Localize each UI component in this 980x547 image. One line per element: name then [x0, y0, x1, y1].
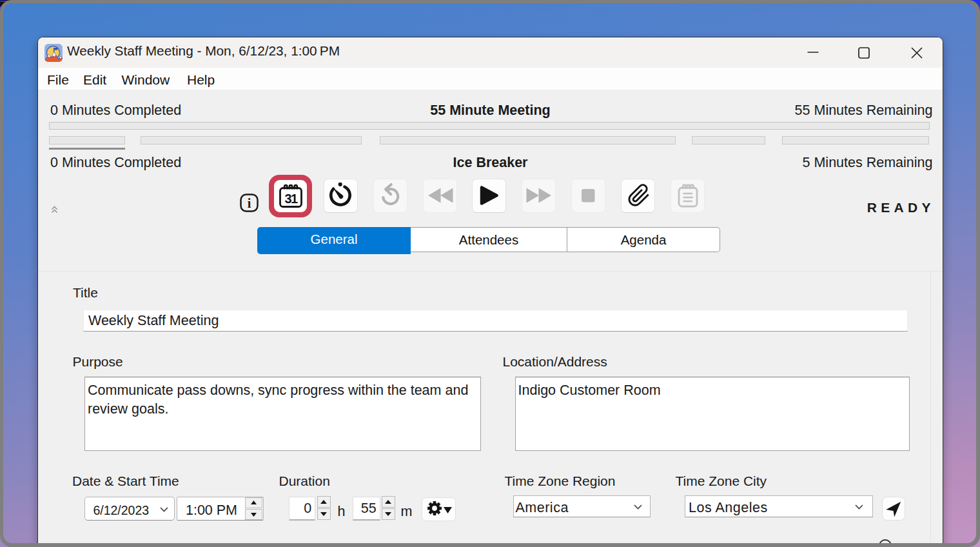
svg-text:31: 31 — [284, 192, 298, 206]
svg-text:i: i — [248, 196, 251, 210]
